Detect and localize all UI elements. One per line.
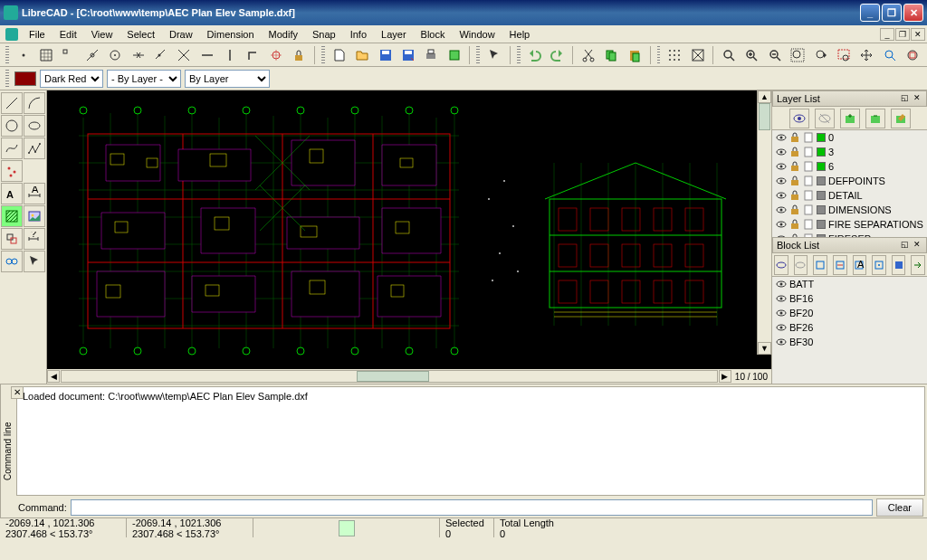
eye-icon[interactable] xyxy=(776,322,787,333)
arc-tool-icon[interactable] xyxy=(24,92,45,114)
menu-modify[interactable]: Modify xyxy=(262,27,305,42)
snap-center-icon[interactable] xyxy=(105,45,126,65)
menu-draw[interactable]: Draw xyxy=(162,27,200,42)
grip[interactable] xyxy=(517,46,521,64)
image-tool-icon[interactable] xyxy=(24,205,45,227)
linetype-select[interactable]: By Layer xyxy=(185,70,270,88)
block-add-icon[interactable] xyxy=(813,255,827,275)
scroll-up-icon[interactable]: ▲ xyxy=(758,90,771,103)
scroll-left-icon[interactable]: ◀ xyxy=(47,370,60,383)
lock-icon[interactable] xyxy=(789,147,800,157)
zoom-auto-icon[interactable] xyxy=(787,45,808,65)
zoom-in-icon[interactable] xyxy=(741,45,762,65)
zoom-prev-icon[interactable] xyxy=(810,45,831,65)
layer-hide-all-icon[interactable] xyxy=(815,109,835,128)
select-tool-icon[interactable] xyxy=(24,251,45,272)
zoom-out-icon[interactable] xyxy=(764,45,785,65)
eye-icon[interactable] xyxy=(776,219,787,230)
menu-snap[interactable]: Snap xyxy=(305,27,343,42)
relzero-icon[interactable] xyxy=(265,45,286,65)
grip[interactable] xyxy=(657,46,661,64)
layer-edit-icon[interactable] xyxy=(891,109,911,128)
scrollbar-vertical[interactable]: ▲ ▼ xyxy=(757,90,771,355)
layer-remove-icon[interactable] xyxy=(865,109,885,128)
lock-icon[interactable] xyxy=(789,161,800,172)
zoom-window-icon[interactable] xyxy=(833,45,854,65)
redraw-icon[interactable] xyxy=(718,45,739,65)
redo-icon[interactable] xyxy=(547,45,568,65)
snap-grid-icon[interactable] xyxy=(35,45,56,65)
circle-tool-icon[interactable] xyxy=(1,115,23,137)
lock-icon[interactable] xyxy=(789,204,800,215)
restrict-v-icon[interactable] xyxy=(220,45,241,65)
menu-edit[interactable]: Edit xyxy=(53,27,84,42)
menu-dimension[interactable]: Dimension xyxy=(200,27,262,42)
scroll-right-icon[interactable]: ▶ xyxy=(719,370,731,383)
layer-item[interactable]: DETAIL xyxy=(772,188,927,203)
save-as-icon[interactable] xyxy=(397,45,418,65)
panel-undock-icon[interactable]: ◱ xyxy=(899,93,910,104)
scroll-down-icon[interactable]: ▼ xyxy=(758,342,771,355)
menu-info[interactable]: Info xyxy=(343,27,374,42)
draft-icon[interactable] xyxy=(687,45,708,65)
block-item[interactable]: BF20 xyxy=(772,306,927,320)
grid-icon[interactable] xyxy=(664,45,684,65)
block-item[interactable]: BF30 xyxy=(772,335,927,349)
eye-icon[interactable] xyxy=(776,204,787,215)
print-preview-icon[interactable] xyxy=(444,45,464,65)
block-tool-icon[interactable] xyxy=(1,251,23,272)
eye-icon[interactable] xyxy=(776,308,787,318)
block-edit-icon[interactable] xyxy=(872,255,886,275)
ellipse-tool-icon[interactable] xyxy=(24,115,45,137)
zoom-select-icon[interactable] xyxy=(879,45,900,65)
zoom-pan-icon[interactable] xyxy=(856,45,877,65)
eye-icon[interactable] xyxy=(776,176,787,186)
block-item[interactable]: BF26 xyxy=(772,320,927,335)
grip[interactable] xyxy=(5,70,9,88)
lock-icon[interactable] xyxy=(789,190,800,201)
mdi-minimize[interactable]: _ xyxy=(880,28,894,41)
open-icon[interactable] xyxy=(351,45,372,65)
eye-icon[interactable] xyxy=(776,279,787,289)
block-item[interactable]: BATT xyxy=(772,277,927,291)
layer-item[interactable]: DEFPOINTS xyxy=(772,174,927,188)
dim-tool-icon[interactable]: A xyxy=(24,183,45,204)
layer-show-all-icon[interactable] xyxy=(789,109,809,128)
eye-icon[interactable] xyxy=(776,293,787,304)
menu-layer[interactable]: Layer xyxy=(374,27,414,42)
color-select[interactable]: Dark Red xyxy=(40,70,103,88)
lock-icon[interactable] xyxy=(789,219,800,230)
lock-icon[interactable] xyxy=(789,132,800,143)
save-icon[interactable] xyxy=(375,45,396,65)
copy-icon[interactable] xyxy=(601,45,622,65)
block-show-icon[interactable] xyxy=(774,255,788,275)
menu-select[interactable]: Select xyxy=(119,27,162,42)
command-close-icon[interactable]: ✕ xyxy=(11,386,24,399)
color-swatch[interactable] xyxy=(14,71,36,86)
snap-end-icon[interactable] xyxy=(59,45,80,65)
panel-close-icon[interactable]: ✕ xyxy=(912,240,922,251)
grip[interactable] xyxy=(321,46,325,64)
modify-tool-icon[interactable] xyxy=(1,228,23,250)
block-remove-icon[interactable] xyxy=(833,255,847,275)
maximize-button[interactable]: ❐ xyxy=(882,4,902,22)
panel-undock-icon[interactable]: ◱ xyxy=(899,240,910,251)
clear-button[interactable]: Clear xyxy=(876,498,923,517)
print-icon[interactable] xyxy=(421,45,442,65)
point-tool-icon[interactable] xyxy=(1,160,23,182)
paste-icon[interactable] xyxy=(624,45,645,65)
layer-item[interactable]: DIMENSIONS xyxy=(772,203,927,217)
layer-add-icon[interactable] xyxy=(840,109,860,128)
command-log[interactable]: Loaded document: C:\root\www\temp\AEC Pl… xyxy=(16,386,925,496)
snap-on-icon[interactable] xyxy=(81,45,102,65)
snap-dist-icon[interactable] xyxy=(150,45,171,65)
snap-mid-icon[interactable] xyxy=(128,45,148,65)
close-button[interactable]: ✕ xyxy=(903,4,923,22)
eye-icon[interactable] xyxy=(776,147,787,157)
menu-block[interactable]: Block xyxy=(414,27,453,42)
hatch-tool-icon[interactable] xyxy=(1,205,23,227)
layer-item[interactable]: FIRE SEPARATIONS xyxy=(772,217,927,232)
line-tool-icon[interactable] xyxy=(1,92,23,114)
lock-relzero-icon[interactable] xyxy=(289,45,310,65)
menu-view[interactable]: View xyxy=(84,27,120,42)
